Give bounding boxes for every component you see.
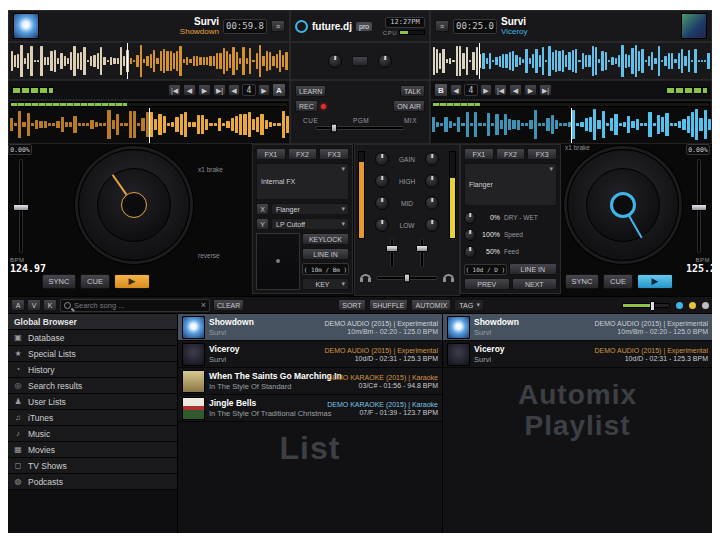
transport-button-icon[interactable]: ▶| — [213, 84, 226, 96]
deck-b-loop-up-icon[interactable]: ▶ — [480, 84, 492, 96]
sidebar-item[interactable]: ▣ Database — [8, 330, 177, 346]
fx-knob[interactable] — [464, 229, 476, 241]
deck-b-loop-down-icon[interactable]: ◀ — [450, 84, 462, 96]
sidebar-item[interactable]: ★ Special Lists — [8, 346, 177, 362]
search-input[interactable] — [74, 301, 198, 310]
deck-a-loop-up-icon[interactable]: ▶ — [258, 84, 270, 96]
deck-a-line-in-button[interactable]: LINE IN — [302, 248, 349, 260]
deck-a-waveform-zoom[interactable] — [8, 100, 290, 144]
deck-a-fx-bank-select[interactable]: Internal FX — [256, 163, 349, 200]
learn-button[interactable]: LEARN — [295, 85, 326, 97]
track-row[interactable]: Showdown Survi DEMO AUDIO (2015) | Exper… — [443, 314, 712, 341]
view-mode-button[interactable]: V — [27, 299, 41, 311]
fx-tab[interactable]: FX1 — [464, 148, 494, 160]
deck-b-sync-button[interactable]: SYNC — [565, 274, 599, 289]
fx-tab[interactable]: FX3 — [527, 148, 557, 160]
deck-a-fx-x-button[interactable]: X — [256, 203, 269, 215]
fx-tab[interactable]: FX1 — [256, 148, 286, 160]
sidebar-item[interactable]: ◍ Podcasts — [8, 474, 177, 490]
preview-volume-slider[interactable] — [622, 303, 670, 308]
mic-tone-knob[interactable] — [378, 54, 392, 68]
deck-b-menu-icon[interactable]: ≡ — [435, 20, 449, 32]
deck-a-waveform-overview[interactable] — [8, 42, 290, 80]
deck-a-play-button[interactable]: ▶ — [114, 274, 150, 289]
clear-button[interactable]: CLEAR — [213, 299, 244, 311]
deck-a-fx-y-select[interactable]: LP Cutoff — [271, 218, 349, 230]
deck-b-fx-select[interactable]: Flanger — [464, 163, 557, 206]
deck-b-next-button[interactable]: NEXT — [512, 278, 558, 290]
search-clear-x-icon[interactable]: × — [201, 300, 206, 310]
status-dot-yellow[interactable] — [689, 302, 696, 309]
track-row[interactable]: Viceroy Survi DEMO AUDIO (2015) | Experi… — [178, 341, 442, 368]
track-row[interactable]: When The Saints Go Marching In In The St… — [178, 368, 442, 395]
deck-b-waveform-overview[interactable] — [430, 42, 712, 80]
transport-button-icon[interactable]: ◀ — [509, 84, 522, 96]
deck-b-jog-wheel[interactable] — [567, 149, 679, 261]
monitor-label[interactable]: PGM — [353, 117, 369, 124]
sidebar-title[interactable]: Global Browser — [8, 314, 177, 330]
deck-a-letter-badge[interactable]: A — [272, 83, 286, 97]
deck-b-cue-button[interactable]: CUE — [603, 274, 633, 289]
talk-button[interactable]: TALK — [400, 85, 425, 97]
eq-knob-channel-b[interactable] — [425, 196, 439, 210]
view-mode-button[interactable]: K — [43, 299, 57, 311]
eq-knob-channel-a[interactable] — [375, 152, 389, 166]
eq-knob-channel-b[interactable] — [425, 152, 439, 166]
deck-a-keylock-button[interactable]: KEYLOCK — [302, 233, 349, 245]
rec-button[interactable]: REC — [295, 100, 318, 112]
shuffle-button[interactable]: SHUFFLE — [369, 299, 409, 311]
deck-a-menu-icon[interactable]: ≡ — [271, 20, 285, 32]
deck-a-cue-button[interactable]: CUE — [80, 274, 110, 289]
sidebar-item[interactable]: ♪ Music — [8, 426, 177, 442]
track-row[interactable]: Jingle Bells In The Style Of Traditional… — [178, 395, 442, 422]
headphones-a-icon[interactable] — [360, 274, 371, 281]
deck-a-loop-down-icon[interactable]: ◀ — [228, 84, 240, 96]
eq-knob-channel-a[interactable] — [375, 174, 389, 188]
eq-knob-channel-b[interactable] — [425, 218, 439, 232]
eq-knob-channel-a[interactable] — [375, 196, 389, 210]
on-air-button[interactable]: ON AIR — [393, 100, 425, 112]
sidebar-item[interactable]: ◔ History — [8, 362, 177, 378]
headphones-b-icon[interactable] — [443, 274, 454, 281]
deck-a-fx-y-button[interactable]: Y — [256, 218, 269, 230]
crossfader[interactable] — [376, 276, 438, 280]
status-dot-gray[interactable] — [702, 302, 709, 309]
sidebar-item[interactable]: ♫ iTunes — [8, 410, 177, 426]
mic-gain-knob[interactable] — [328, 54, 342, 68]
deck-a-jog-wheel[interactable] — [78, 149, 190, 261]
track-row[interactable]: Showdown Survi DEMO AUDIO (2015) | Exper… — [178, 314, 442, 341]
sort-button[interactable]: SORT — [338, 299, 365, 311]
transport-button-icon[interactable]: ▶| — [539, 84, 552, 96]
channel-b-volume-fader[interactable] — [420, 238, 424, 268]
fx-tab[interactable]: FX2 — [496, 148, 526, 160]
sidebar-item[interactable]: ▦ Movies — [8, 442, 177, 458]
mic-on-button[interactable] — [352, 56, 368, 66]
deck-a-reverse-label[interactable]: reverse — [198, 252, 220, 259]
fx-tab[interactable]: FX3 — [319, 148, 349, 160]
cue-mix-slider[interactable] — [315, 126, 405, 130]
transport-button-icon[interactable]: ◀ — [183, 84, 196, 96]
automix-button[interactable]: AUTOMIX — [411, 299, 451, 311]
sidebar-item[interactable]: ♟ User Lists — [8, 394, 177, 410]
deck-a-key-select[interactable]: KEY — [302, 278, 349, 290]
deck-b-waveform-zoom[interactable] — [430, 100, 712, 144]
eq-knob-channel-b[interactable] — [425, 174, 439, 188]
tag-select[interactable]: TAG — [454, 299, 484, 311]
track-row[interactable]: Viceroy Survi DEMO AUDIO (2015) | Experi… — [443, 341, 712, 368]
fx-knob[interactable] — [464, 212, 476, 224]
monitor-label[interactable]: MIX — [404, 117, 417, 124]
deck-a-fx-x-select[interactable]: Flanger — [271, 203, 349, 215]
fx-knob[interactable] — [464, 246, 476, 258]
deck-b-letter-badge[interactable]: B — [434, 83, 448, 97]
transport-button-icon[interactable]: |◀ — [494, 84, 507, 96]
status-dot-blue[interactable] — [676, 302, 683, 309]
deck-a-pitch-fader[interactable] — [19, 159, 23, 253]
fx-tab[interactable]: FX2 — [288, 148, 318, 160]
transport-button-icon[interactable]: ▶ — [198, 84, 211, 96]
view-mode-button[interactable]: A — [11, 299, 25, 311]
monitor-label[interactable]: CUE — [303, 117, 318, 124]
deck-b-line-in-button[interactable]: LINE IN — [509, 263, 558, 275]
sidebar-item[interactable]: ◻ TV Shows — [8, 458, 177, 474]
eq-knob-channel-a[interactable] — [375, 218, 389, 232]
deck-b-play-button[interactable]: ▶ — [637, 274, 673, 289]
